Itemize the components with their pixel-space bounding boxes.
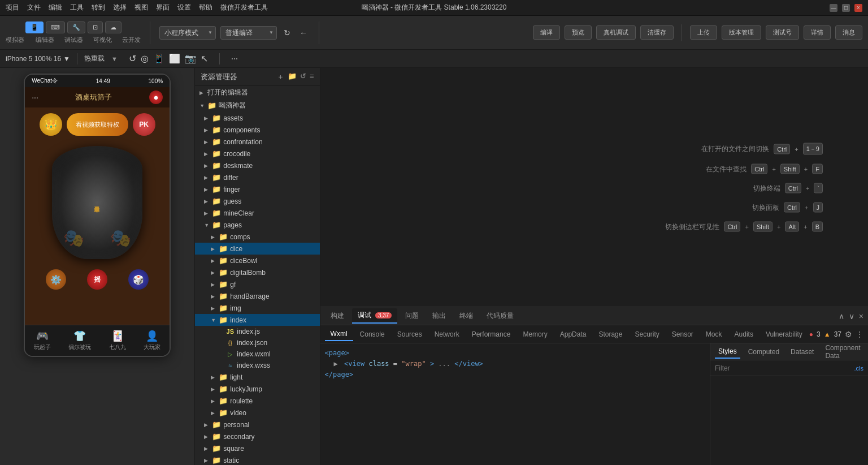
pk-button[interactable]: PK — [133, 113, 155, 136]
folder-assets[interactable]: ▶ 📁 assets — [195, 112, 319, 124]
hot-reload-label[interactable]: 热重载 — [84, 54, 105, 63]
subtab-security[interactable]: Security — [629, 328, 665, 341]
real-debug-button[interactable]: 真机调试 — [596, 25, 636, 40]
menu-settings[interactable]: 设置 — [177, 3, 191, 12]
style-tab-computed[interactable]: Computed — [745, 346, 783, 358]
folder-finger[interactable]: ▶ 📁 finger — [195, 183, 319, 195]
menu-interface[interactable]: 界面 — [156, 3, 170, 12]
landscape-button[interactable]: ⬜ — [169, 53, 180, 64]
opened-editors-header[interactable]: ▶ 打开的编辑器 — [195, 86, 319, 99]
add-folder-icon[interactable]: 📁 — [288, 72, 297, 82]
refresh-tree-icon[interactable]: ↺ — [300, 72, 306, 82]
file-header-icons[interactable]: ＋ 📁 ↺ ≡ — [277, 72, 314, 82]
folder-mineclear[interactable]: ▶ 📁 mineClear — [195, 207, 319, 219]
panel-up-button[interactable]: ∧ — [839, 312, 844, 321]
folder-light[interactable]: ▶ 📁 light — [195, 371, 319, 383]
code-line-1[interactable]: <page> — [325, 348, 705, 359]
folder-handbarrage[interactable]: ▶ 📁 handBarrage — [195, 290, 319, 302]
tab-problems[interactable]: 问题 — [400, 309, 424, 323]
folder-luckyjump[interactable]: ▶ 📁 luckyJump — [195, 383, 319, 395]
folder-dicebowl[interactable]: ▶ 📁 diceBowl — [195, 255, 319, 266]
folder-static[interactable]: ▶ 📁 static — [195, 454, 319, 465]
file-index-wxss[interactable]: ≈ index.wxss — [195, 360, 319, 371]
code-arrow-icon[interactable]: ▶ — [334, 360, 338, 368]
preview-button[interactable]: 预览 — [565, 25, 592, 40]
menu-file[interactable]: 文件 — [27, 3, 41, 12]
code-line-3[interactable]: </page> — [325, 369, 705, 380]
subtab-appdata[interactable]: AppData — [554, 328, 592, 341]
panel-down-button[interactable]: ∨ — [849, 312, 854, 321]
cloud-button[interactable]: ☁ — [105, 21, 121, 33]
close-button[interactable]: × — [854, 4, 862, 12]
menu-devtools[interactable]: 微信开发者工具 — [220, 3, 268, 12]
tab-code-quality[interactable]: 代码质量 — [481, 309, 519, 323]
subtab-sensor[interactable]: Sensor — [666, 328, 699, 341]
subtab-mock[interactable]: Mock — [700, 328, 728, 341]
more-tools-button[interactable]: ⋯ — [231, 55, 238, 63]
subtab-more-button[interactable]: ⋮ — [856, 330, 863, 339]
panel-close-button[interactable]: × — [859, 312, 863, 321]
menu-view[interactable]: 视图 — [134, 3, 148, 12]
folder-roulette[interactable]: ▶ 📁 roulette — [195, 395, 319, 407]
menu-help[interactable]: 帮助 — [199, 3, 212, 12]
collapse-tree-icon[interactable]: ≡ — [310, 72, 314, 82]
folder-gf[interactable]: ▶ 📁 gf — [195, 278, 319, 290]
folder-pages[interactable]: ▼ 📁 pages — [195, 219, 319, 231]
refresh-button[interactable]: ↻ — [281, 26, 293, 40]
folder-index[interactable]: ▼ 📁 index — [195, 314, 319, 326]
folder-secondary[interactable]: ▶ 📁 secondary — [195, 430, 319, 442]
root-folder[interactable]: ▼ 📁 喝酒神器 — [195, 99, 319, 112]
folder-crocodile[interactable]: ▶ 📁 crocodile — [195, 148, 319, 160]
tab-output[interactable]: 输出 — [427, 309, 452, 323]
mode-select-wrapper[interactable]: 小程序模式 — [159, 26, 216, 40]
subtab-console[interactable]: Console — [354, 328, 390, 341]
compile-select[interactable]: 普通编译 — [220, 26, 277, 40]
folder-deskmate[interactable]: ▶ 📁 deskmate — [195, 160, 319, 171]
cls-button[interactable]: .cls — [854, 365, 864, 372]
video-privilege-button[interactable]: 看视频获取特权 — [67, 113, 128, 136]
nav-item-1[interactable]: 🎮 玩起子 — [34, 330, 51, 351]
folder-img[interactable]: ▶ 📁 img — [195, 302, 319, 314]
menu-select[interactable]: 选择 — [113, 3, 127, 12]
screenshot-button[interactable]: 📷 — [185, 53, 196, 64]
maximize-button[interactable]: □ — [842, 4, 850, 12]
folder-components[interactable]: ▶ 📁 components — [195, 124, 319, 136]
subtab-wxml[interactable]: Wxml — [325, 328, 353, 341]
cursor-button[interactable]: ↖ — [201, 53, 208, 64]
shake-button[interactable]: 摇 — [87, 269, 107, 290]
settings-button[interactable]: ⚙️ — [46, 269, 66, 290]
subtab-performance[interactable]: Performance — [466, 328, 517, 341]
nav-item-2[interactable]: 👕 偶尔被玩 — [68, 330, 91, 351]
window-controls[interactable]: — □ × — [830, 4, 862, 12]
subtab-sources[interactable]: Sources — [392, 328, 428, 341]
visual-button[interactable]: ⊡ — [88, 21, 103, 33]
device-select[interactable]: iPhone 5 100% 16 ▼ — [6, 55, 70, 63]
compile-button[interactable]: 编译 — [533, 25, 560, 40]
folder-personal[interactable]: ▶ 📁 personal — [195, 419, 319, 430]
record-button[interactable]: ⏺ — [149, 91, 163, 104]
mode-select[interactable]: 小程序模式 — [159, 26, 216, 40]
nav-item-4[interactable]: 👤 大玩家 — [144, 330, 160, 351]
back-button[interactable]: ← — [297, 26, 310, 40]
menu-bar[interactable]: 项目 文件 编辑 工具 转到 选择 视图 界面 设置 帮助 微信开发者工具 — [6, 3, 268, 12]
upload-button[interactable]: 上传 — [690, 25, 717, 40]
subtab-audits[interactable]: Audits — [729, 328, 759, 341]
nav-item-3[interactable]: 🃏 七八九 — [109, 330, 126, 351]
file-index-js[interactable]: JS index.js — [195, 326, 319, 337]
version-mgmt-button[interactable]: 版本管理 — [722, 25, 761, 40]
simulator-button[interactable]: 📱 — [25, 21, 44, 33]
debugger-button[interactable]: 🔧 — [67, 21, 85, 33]
folder-dice[interactable]: ▶ 📁 dice — [195, 243, 319, 255]
debug-panel-icons[interactable]: ∧ ∨ × — [839, 312, 863, 321]
style-tab-component-data[interactable]: Component Data — [822, 343, 863, 362]
subtab-settings-button[interactable]: ⚙ — [845, 330, 852, 339]
subtab-memory[interactable]: Memory — [517, 328, 553, 341]
editor-button[interactable]: ⌨ — [46, 21, 65, 33]
folder-confrontation[interactable]: ▶ 📁 confrontation — [195, 136, 319, 148]
folder-guess[interactable]: ▶ 📁 guess — [195, 195, 319, 207]
file-index-json[interactable]: {} index.json — [195, 337, 319, 348]
subtab-vulnerability[interactable]: Vulnerability — [760, 328, 808, 341]
minimize-button[interactable]: — — [830, 4, 837, 12]
test-account-button[interactable]: 测试号 — [766, 25, 799, 40]
folder-square[interactable]: ▶ 📁 square — [195, 442, 319, 454]
